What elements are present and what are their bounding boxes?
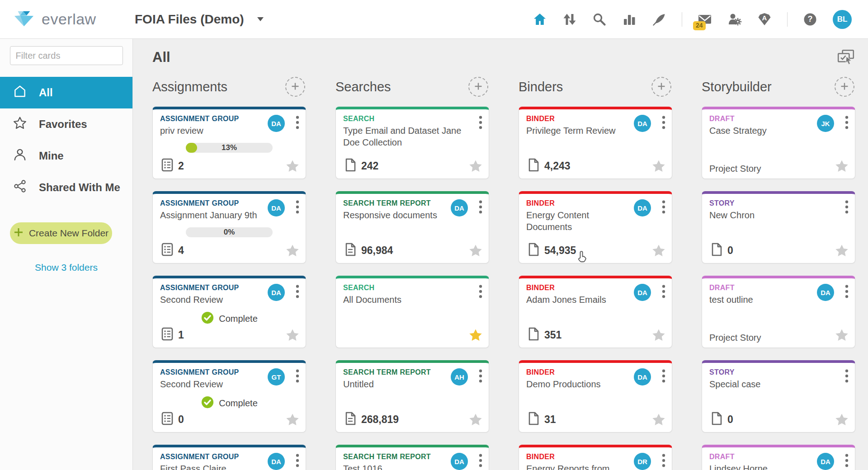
card-searches-2[interactable]: SEARCHAll Documents xyxy=(335,276,489,348)
card-assignments-0[interactable]: ASSIGNMENT GROUPpriv reviewDA13%2 xyxy=(152,107,306,179)
doc-count: 4 xyxy=(160,242,184,258)
card-menu-button[interactable] xyxy=(295,199,300,216)
card-title: Type Email and Dataset Jane Doe Collecti… xyxy=(343,125,462,148)
card-type-label: STORY xyxy=(709,199,848,207)
columns-grid: AssignmentsASSIGNMENT GROUPpriv reviewDA… xyxy=(152,77,855,470)
share-icon xyxy=(13,179,27,196)
everlaw-a-badge-icon[interactable]: A xyxy=(757,12,772,27)
card-menu-button[interactable] xyxy=(478,199,483,216)
favorite-star-button[interactable] xyxy=(651,412,666,428)
show-folders-link[interactable]: Show 3 folders xyxy=(0,262,132,273)
count-value: 0 xyxy=(178,414,184,426)
card-binders-4[interactable]: BINDEREnergy Reports from MarchDR xyxy=(519,445,672,470)
card-storybuilder-2[interactable]: DRAFTtest outlineDAProject Story xyxy=(702,276,855,348)
count-value: 96,984 xyxy=(361,244,393,257)
card-menu-button[interactable] xyxy=(661,368,666,385)
favorite-star-button[interactable] xyxy=(468,412,483,428)
card-menu-button[interactable] xyxy=(661,284,666,300)
storybuilder-quill-icon[interactable] xyxy=(652,12,666,27)
sidebar-item-shared-with-me[interactable]: Shared With Me xyxy=(0,172,132,203)
favorite-star-button[interactable] xyxy=(468,159,483,174)
column-storybuilder: StorybuilderDRAFTCase StrategyJKProject … xyxy=(702,77,855,470)
favorite-star-button[interactable] xyxy=(834,412,849,428)
favorite-star-button[interactable] xyxy=(834,243,849,258)
card-menu-button[interactable] xyxy=(295,284,300,300)
favorite-star-button[interactable] xyxy=(285,243,300,258)
add-binders-button[interactable] xyxy=(651,77,671,97)
main-content: All AssignmentsASSIGNMENT GROUPpriv revi… xyxy=(133,39,868,470)
favorite-star-button[interactable] xyxy=(651,159,666,174)
favorite-star-button[interactable] xyxy=(651,328,666,343)
filter-cards-input[interactable] xyxy=(10,46,123,65)
sidebar-item-mine[interactable]: Mine xyxy=(0,140,132,172)
add-assignments-button[interactable] xyxy=(285,77,305,97)
card-menu-button[interactable] xyxy=(478,453,483,469)
page-icon xyxy=(343,158,358,174)
card-searches-4[interactable]: SEARCH TERM REPORTTest 1016DA xyxy=(335,445,489,470)
everlaw-brand[interactable]: everlaw xyxy=(14,9,135,29)
favorite-star-button[interactable] xyxy=(285,412,300,428)
count-value: 242 xyxy=(361,160,378,172)
sidebar-item-favorites[interactable]: Favorites xyxy=(0,108,132,140)
project-selector[interactable]: FOIA Files (Demo) xyxy=(135,12,264,27)
card-assignments-3[interactable]: ASSIGNMENT GROUPSecond ReviewGTComplete0 xyxy=(152,360,306,432)
messages-envelope-icon[interactable]: 24 xyxy=(698,12,712,27)
card-storybuilder-3[interactable]: STORYSpecial case0 xyxy=(702,360,855,432)
favorite-star-button[interactable] xyxy=(651,243,666,258)
card-binders-2[interactable]: BINDERAdam Jones EmailsDA351 xyxy=(519,276,672,348)
card-menu-button[interactable] xyxy=(295,115,300,131)
card-menu-button[interactable] xyxy=(844,453,849,469)
card-storybuilder-4[interactable]: DRAFTLindsey HorneDA xyxy=(702,445,855,470)
search-icon[interactable] xyxy=(592,12,607,27)
card-menu-button[interactable] xyxy=(844,284,849,300)
create-new-folder-button[interactable]: Create New Folder xyxy=(10,222,112,244)
add-storybuilder-button[interactable] xyxy=(835,77,854,97)
home-icon[interactable] xyxy=(533,12,547,27)
list-icon xyxy=(160,242,175,258)
home-icon xyxy=(13,84,27,101)
card-title: New Chron xyxy=(709,209,828,221)
card-menu-button[interactable] xyxy=(478,115,483,131)
kebab-menu-icon xyxy=(295,210,300,217)
card-menu-button[interactable] xyxy=(844,368,849,385)
add-searches-button[interactable] xyxy=(468,77,488,97)
card-binders-3[interactable]: BINDERDemo ProductionsDA31 xyxy=(519,360,672,432)
card-assignments-1[interactable]: ASSIGNMENT GROUPAssignment January 9thDA… xyxy=(152,191,306,263)
card-binders-1[interactable]: BINDEREnergy Content DocumentsDA54,935 xyxy=(519,191,672,263)
kebab-menu-icon xyxy=(661,210,666,217)
card-menu-button[interactable] xyxy=(844,115,849,131)
card-binders-0[interactable]: BINDERPrivilege Term ReviewDA4,243 xyxy=(519,107,672,179)
card-menu-button[interactable] xyxy=(478,368,483,385)
favorite-star-button[interactable] xyxy=(285,328,300,343)
card-searches-3[interactable]: SEARCH TERM REPORTUntitledAH268,819 xyxy=(335,360,489,432)
favorite-star-button[interactable] xyxy=(834,159,849,174)
card-menu-button[interactable] xyxy=(661,115,666,131)
card-searches-0[interactable]: SEARCHType Email and Dataset Jane Doe Co… xyxy=(335,107,489,179)
user-admin-icon[interactable] xyxy=(727,12,742,27)
avatar: DA xyxy=(817,284,834,301)
card-menu-button[interactable] xyxy=(295,453,300,469)
card-menu-button[interactable] xyxy=(844,199,849,216)
progress-bar: 0% xyxy=(186,227,273,237)
card-menu-button[interactable] xyxy=(295,368,300,385)
sidebar-item-all[interactable]: All xyxy=(0,77,132,108)
card-searches-1[interactable]: SEARCH TERM REPORTResponsive documentsDA… xyxy=(335,191,489,263)
card-menu-button[interactable] xyxy=(661,199,666,216)
favorite-star-button[interactable] xyxy=(468,243,483,258)
card-menu-button[interactable] xyxy=(661,453,666,469)
favorite-star-button[interactable] xyxy=(285,159,300,174)
card-assignments-4[interactable]: ASSIGNMENT GROUPFirst Pass ClaireDA xyxy=(152,445,306,470)
card-menu-button[interactable] xyxy=(478,284,483,300)
select-cards-icon[interactable] xyxy=(836,49,855,66)
card-storybuilder-1[interactable]: STORYNew Chron0 xyxy=(702,191,855,263)
favorite-star-button[interactable] xyxy=(468,328,483,343)
card-storybuilder-0[interactable]: DRAFTCase StrategyJKProject Story xyxy=(702,107,855,179)
help-icon[interactable]: ? xyxy=(803,12,817,27)
card-assignments-2[interactable]: ASSIGNMENT GROUPSecond ReviewDAComplete1 xyxy=(152,276,306,348)
transfer-arrows-icon[interactable] xyxy=(562,12,577,27)
analytics-chart-icon[interactable] xyxy=(622,12,637,27)
avatar: JK xyxy=(817,115,834,132)
user-avatar[interactable]: BL xyxy=(833,10,852,29)
kebab-menu-icon xyxy=(661,295,666,301)
favorite-star-button[interactable] xyxy=(834,328,849,343)
